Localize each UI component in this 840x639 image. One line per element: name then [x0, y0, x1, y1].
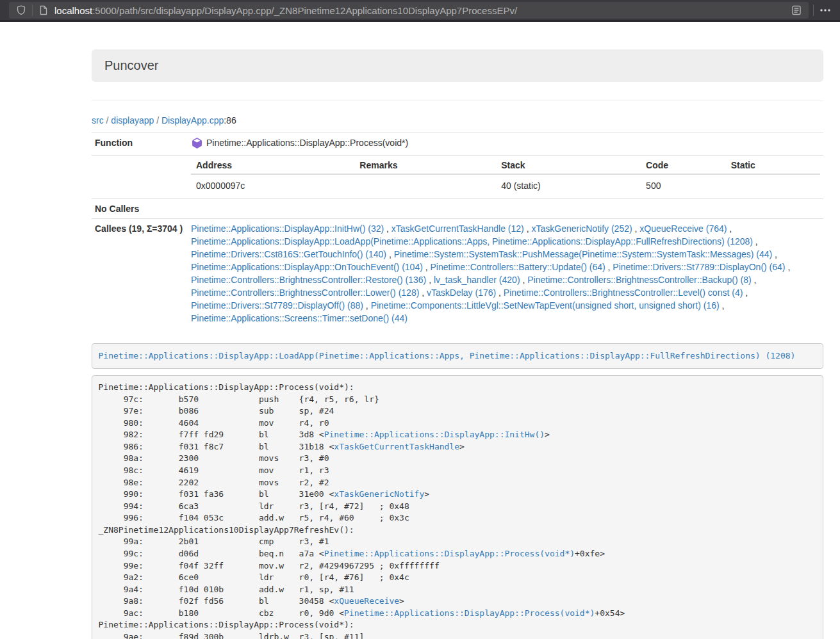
column-header-remarks: Remarks: [354, 159, 496, 174]
callee-separator: ,: [363, 300, 371, 311]
callee-link[interactable]: Pinetime::Controllers::BrightnessControl…: [191, 275, 426, 285]
callee-separator: ,: [753, 236, 758, 247]
callee-link[interactable]: Pinetime::Applications::DisplayApp::Init…: [191, 223, 384, 234]
function-name: Pinetime::Applications::DisplayApp::Proc…: [206, 136, 408, 149]
symbol-link[interactable]: xQueueReceive: [334, 596, 399, 606]
shield-icon[interactable]: [14, 3, 28, 17]
page-title: Puncover: [104, 58, 159, 72]
symbol-link[interactable]: xTaskGenericNotify: [334, 489, 424, 499]
page-icon[interactable]: [37, 3, 51, 17]
breadcrumb-link[interactable]: DisplayApp.cpp: [161, 115, 224, 125]
callee-separator: ,: [419, 287, 427, 298]
breadcrumb: src / displayapp / DisplayApp.cpp:86: [92, 115, 823, 125]
symbol-link[interactable]: Pinetime::Applications::DisplayApp::Proc…: [324, 549, 575, 558]
callee-link[interactable]: Pinetime::Drivers::St7789::DisplayOn() (…: [613, 262, 785, 272]
url-path: :5000/path/src/displayapp/DisplayApp.cpp…: [92, 5, 517, 16]
breadcrumb-separator: /: [104, 115, 111, 125]
breadcrumb-link[interactable]: src: [92, 115, 104, 125]
breadcrumb-line-number: :86: [224, 115, 236, 125]
cell-stack: 40 (static): [496, 174, 641, 195]
callee-separator: ,: [772, 249, 777, 259]
callee-link[interactable]: Pinetime::Controllers::BrightnessControl…: [191, 287, 419, 298]
toolbar-divider: [813, 4, 814, 16]
cell-address: 0x0000097c: [191, 174, 354, 195]
callee-separator: ,: [720, 300, 725, 311]
callee-separator: ,: [752, 275, 757, 285]
column-header-stack: Stack: [496, 159, 641, 174]
callee-separator: ,: [605, 262, 613, 272]
url-bar[interactable]: localhost:5000/path/src/displayapp/Displ…: [9, 2, 809, 19]
symbol-link[interactable]: xTaskGetCurrentTaskHandle: [334, 442, 459, 451]
callees-label: Callees (19, Σ=3704 ): [92, 219, 188, 328]
assembly-listing: Pinetime::Applications::DisplayApp::Proc…: [92, 375, 823, 639]
callee-link[interactable]: Pinetime::Applications::Screens::Timer::…: [191, 313, 408, 323]
callee-separator: ,: [524, 223, 532, 234]
url-text[interactable]: localhost:5000/path/src/displayapp/Displ…: [54, 5, 789, 16]
function-stats-row: AddressRemarksStackCodeStatic 0x0000097c…: [92, 156, 823, 199]
callee-separator: ,: [426, 275, 434, 285]
callee-link[interactable]: Pinetime::Controllers::Battery::Update()…: [431, 262, 605, 272]
divider: [92, 101, 823, 101]
stats-header-row: AddressRemarksStackCodeStatic: [191, 159, 820, 174]
callee-link[interactable]: vTaskDelay (176): [427, 287, 496, 298]
callee-separator: ,: [423, 262, 431, 272]
callee-link[interactable]: Pinetime::Components::LittleVgl::SetNewT…: [371, 300, 720, 311]
source-snippet: Pinetime::Applications::DisplayApp::Load…: [92, 343, 823, 369]
reader-mode-icon[interactable]: [789, 3, 803, 17]
function-row-label: Function: [92, 133, 188, 156]
cell-code: 500: [641, 174, 726, 195]
column-header-static: Static: [726, 159, 820, 174]
cell-static: [726, 174, 820, 195]
callee-link[interactable]: Pinetime::Applications::DisplayApp::OnTo…: [191, 262, 423, 272]
column-header-address: Address: [191, 159, 354, 174]
callee-link[interactable]: Pinetime::System::SystemTask::PushMessag…: [394, 249, 773, 259]
menu-dots-icon[interactable]: [818, 3, 832, 17]
callee-separator: ,: [384, 223, 391, 234]
function-row: Function Pinetime::Applications::Display…: [92, 133, 823, 156]
breadcrumb-link[interactable]: displayapp: [111, 115, 154, 125]
symbol-link[interactable]: Pinetime::Applications::DisplayApp::Proc…: [344, 608, 595, 618]
callee-separator: ,: [743, 287, 748, 298]
no-callers-row: No Callers: [92, 199, 823, 219]
callee-separator: ,: [520, 275, 528, 285]
callee-separator: ,: [727, 223, 732, 234]
column-header-code: Code: [641, 159, 726, 174]
page-content: Puncover src / displayapp / DisplayApp.c…: [92, 49, 823, 639]
callees-row: Callees (19, Σ=3704 ) Pinetime::Applicat…: [92, 219, 823, 328]
callee-link[interactable]: xTaskGetCurrentTaskHandle (12): [391, 223, 524, 234]
callee-separator: ,: [786, 262, 791, 272]
callee-separator: ,: [496, 287, 504, 298]
snippet-function-link[interactable]: Pinetime::Applications::DisplayApp::Load…: [99, 351, 796, 360]
callee-link[interactable]: Pinetime::Drivers::Cst816S::GetTouchInfo…: [191, 249, 386, 259]
symbol-link[interactable]: Pinetime::Applications::DisplayApp::Init…: [324, 430, 545, 439]
callee-link[interactable]: lv_task_handler (420): [434, 275, 520, 285]
package-icon: [192, 138, 202, 152]
callees-list: Pinetime::Applications::DisplayApp::Init…: [188, 219, 823, 328]
callee-separator: ,: [386, 249, 394, 259]
no-callers-label: No Callers: [92, 199, 188, 219]
callee-link[interactable]: Pinetime::Applications::DisplayApp::Load…: [191, 236, 753, 247]
breadcrumb-separator: /: [154, 115, 161, 125]
callee-separator: ,: [632, 223, 640, 234]
stats-value-row: 0x0000097c40 (static)500: [191, 174, 820, 195]
callee-link[interactable]: Pinetime::Controllers::BrightnessControl…: [504, 287, 743, 298]
urlbar-divider: [32, 4, 33, 16]
callee-link[interactable]: Pinetime::Controllers::BrightnessControl…: [527, 275, 751, 285]
url-host: localhost: [54, 5, 92, 16]
app-header: Puncover: [92, 49, 823, 82]
function-table: Function Pinetime::Applications::Display…: [92, 133, 823, 328]
cell-remarks: [354, 174, 496, 195]
function-stats-table: AddressRemarksStackCodeStatic 0x0000097c…: [191, 159, 820, 195]
browser-toolbar: localhost:5000/path/src/displayapp/Displ…: [0, 0, 840, 22]
callee-link[interactable]: Pinetime::Drivers::St7789::DisplayOff() …: [191, 300, 363, 311]
callee-link[interactable]: xTaskGenericNotify (252): [531, 223, 632, 234]
callee-link[interactable]: xQueueReceive (764): [639, 223, 727, 234]
